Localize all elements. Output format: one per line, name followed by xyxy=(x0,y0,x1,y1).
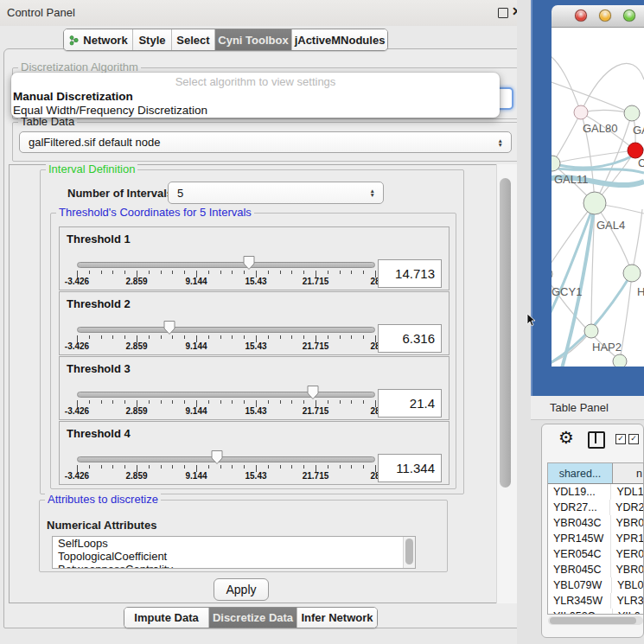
bottom-tab-impute-data[interactable]: Impute Data xyxy=(124,608,209,628)
edge[interactable] xyxy=(620,273,632,360)
minimize-traffic-light[interactable] xyxy=(599,10,611,22)
node-label: GAL11 xyxy=(554,173,589,186)
zoom-traffic-light[interactable] xyxy=(623,10,635,22)
threshold-value-field[interactable]: 14.713 xyxy=(378,259,442,288)
bottom-tab-label: Infer Network xyxy=(301,611,373,624)
highlighted-edge[interactable] xyxy=(552,203,595,326)
node-label: C xyxy=(638,156,644,169)
column-header-name[interactable]: n xyxy=(613,463,643,483)
threshold-slider-track[interactable] xyxy=(77,456,375,462)
edge[interactable] xyxy=(552,54,581,112)
threshold-box-4: Threshold 4-3.4262.8599.14415.4321.71528… xyxy=(59,421,450,485)
cell-shared-name[interactable]: YER054C xyxy=(548,546,611,562)
cell-name[interactable]: YBR0 xyxy=(611,562,643,577)
network-node[interactable] xyxy=(584,324,598,338)
threshold-slider-track[interactable] xyxy=(77,327,375,333)
table-row[interactable]: YLR345WYLR3 xyxy=(548,593,643,609)
attributes-scrollbar-thumb[interactable] xyxy=(405,539,413,564)
threshold-slider-thumb[interactable] xyxy=(210,450,224,465)
interval-definition-title: Interval Definition xyxy=(46,163,137,175)
bottom-tab-discretize-data[interactable]: Discretize Data xyxy=(209,608,297,628)
float-window-icon[interactable] xyxy=(498,8,508,18)
threshold-value-field[interactable]: 11.344 xyxy=(378,454,442,482)
cell-shared-name[interactable]: YDR27... xyxy=(548,500,610,515)
number-of-intervals-combobox[interactable]: 5 ▲▼ xyxy=(168,182,384,204)
node-label: GCY1 xyxy=(552,285,582,298)
slider-axis-labels: -3.4262.8599.14415.4321.71528 xyxy=(77,341,375,352)
table-row[interactable]: YDL19...YDL1 xyxy=(548,484,643,500)
bottom-tab-label: Discretize Data xyxy=(213,611,293,624)
attribute-item[interactable]: TopologicalCoefficient xyxy=(53,550,415,563)
tab-network[interactable]: Network xyxy=(64,29,133,50)
network-window-titlebar[interactable] xyxy=(552,5,644,28)
edge[interactable] xyxy=(552,112,581,163)
cell-name[interactable]: YBR0 xyxy=(611,515,643,531)
table-data-combobox[interactable]: galFiltered.sif default node ▲▼ xyxy=(19,131,512,153)
apply-button[interactable]: Apply xyxy=(214,578,269,601)
edge[interactable] xyxy=(595,203,632,273)
algorithm-option-manual-discretization[interactable]: Manual Discretization xyxy=(11,90,500,104)
attribute-item[interactable]: SelfLoops xyxy=(53,537,415,550)
cell-name[interactable]: YLR3 xyxy=(611,593,643,609)
network-node[interactable] xyxy=(552,267,552,281)
tab-style[interactable]: Style xyxy=(133,29,172,50)
cell-shared-name[interactable]: YDL19... xyxy=(548,484,611,500)
network-node[interactable] xyxy=(623,265,641,282)
checkbox-icon[interactable]: ✓ xyxy=(628,434,639,444)
cell-shared-name[interactable]: YBL079W xyxy=(548,577,612,593)
threshold-slider-thumb[interactable] xyxy=(163,320,176,335)
table-row[interactable]: YPR145WYPR1 xyxy=(548,531,643,546)
thresholds-group-title: Threshold's Coordinates for 5 Intervals xyxy=(56,207,254,219)
table-row[interactable]: YBR043CYBR0 xyxy=(548,515,643,531)
algorithm-option-equal-width-frequency-discretization[interactable]: Equal Width/Frequency Discretization xyxy=(11,104,500,118)
tab-select[interactable]: Select xyxy=(172,29,215,50)
checkbox-icon[interactable]: ✓ xyxy=(615,434,626,444)
vertical-scrollbar-thumb[interactable] xyxy=(500,178,511,488)
network-node[interactable] xyxy=(574,105,588,119)
table-hscrollbar-track[interactable] xyxy=(548,616,643,625)
network-node[interactable] xyxy=(624,105,640,121)
tab-cyni-toolbox[interactable]: Cyni Toolbox xyxy=(215,29,292,50)
table-row[interactable]: YDR27...YDR2 xyxy=(548,500,643,515)
node-label: HAP2 xyxy=(592,341,622,354)
threshold-value-field[interactable]: 6.316 xyxy=(378,324,442,353)
table-row[interactable]: YBL079WYBL0 xyxy=(548,577,643,593)
threshold-slider-thumb[interactable] xyxy=(306,385,320,400)
tab-jactivemnodules[interactable]: jActiveMNodules xyxy=(292,29,387,50)
close-traffic-light[interactable] xyxy=(575,10,587,22)
threshold-slider-track[interactable] xyxy=(77,392,375,398)
numerical-attributes-list[interactable]: SelfLoopsTopologicalCoefficientBetweenne… xyxy=(52,536,416,569)
table-row[interactable]: YIL052CYIL0 xyxy=(548,609,643,615)
network-view-canvas[interactable]: GAL80GACGAL11GAL4GCY1HHAP2 xyxy=(552,28,644,367)
attribute-item[interactable]: BetweennessCentrality xyxy=(53,563,415,569)
threshold-slider-track[interactable] xyxy=(77,262,375,268)
cell-name[interactable]: YIL0 xyxy=(613,609,641,615)
column-header-shared-name[interactable]: shared... xyxy=(548,463,613,483)
cell-shared-name[interactable]: YBR045C xyxy=(548,562,611,577)
table-row[interactable]: YBR045CYBR0 xyxy=(548,562,643,577)
cell-shared-name[interactable]: YIL052C xyxy=(548,609,613,615)
edge[interactable] xyxy=(552,80,632,113)
cell-name[interactable]: YER0 xyxy=(611,546,643,562)
algorithm-popup-hint: Select algorithm to view settings xyxy=(11,73,500,90)
threshold-value-field[interactable]: 21.4 xyxy=(378,389,442,418)
attributes-scrollbar-track[interactable] xyxy=(403,537,415,568)
gear-icon[interactable]: ⚙ xyxy=(558,429,574,446)
columns-icon[interactable] xyxy=(588,431,605,449)
cell-name[interactable]: YDL1 xyxy=(611,484,643,500)
control-panel-title: Control Panel xyxy=(7,6,75,19)
cell-shared-name[interactable]: YPR145W xyxy=(548,531,611,546)
bottom-tab-infer-network[interactable]: Infer Network xyxy=(297,608,377,628)
network-node[interactable] xyxy=(583,192,606,214)
table-header-row: shared... n xyxy=(548,463,643,484)
threshold-slider-thumb[interactable] xyxy=(242,255,256,271)
table-row[interactable]: YER054CYER0 xyxy=(548,546,643,562)
network-node[interactable] xyxy=(613,354,627,367)
cell-name[interactable]: YPR1 xyxy=(611,531,643,546)
cell-name[interactable]: YBL0 xyxy=(612,577,643,593)
cell-shared-name[interactable]: YBR043C xyxy=(548,515,611,531)
cell-name[interactable]: YDR2 xyxy=(610,500,643,515)
table-hscrollbar-thumb[interactable] xyxy=(550,617,636,624)
edge[interactable] xyxy=(632,209,642,273)
cell-shared-name[interactable]: YLR345W xyxy=(548,593,611,609)
